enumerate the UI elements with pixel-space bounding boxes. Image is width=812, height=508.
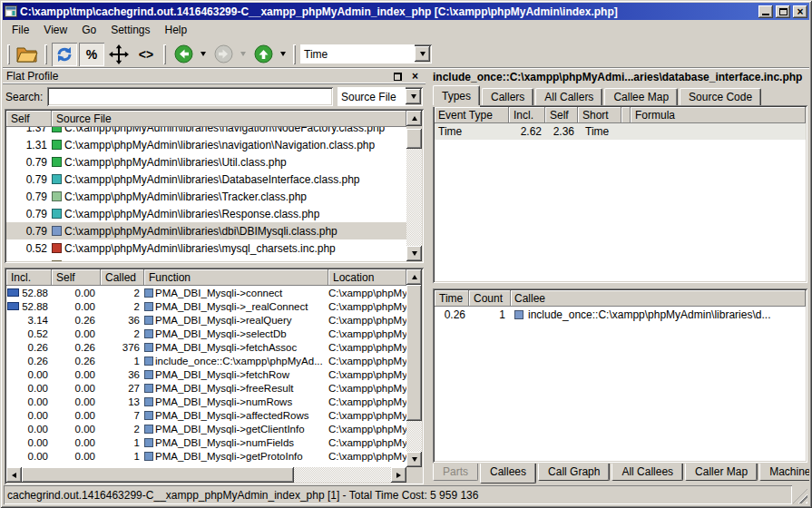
column-header-blank[interactable] [621,107,631,123]
combo-dropdown-button[interactable] [406,89,421,104]
scroll-up-button[interactable] [406,111,422,126]
tab-parts[interactable]: Parts [433,464,478,481]
column-header-incl[interactable]: Incl. [6,269,52,286]
column-header-self[interactable]: Self [52,269,101,286]
table-row[interactable]: 0.26 1 include_once::C:\xampp\phpMyAdmin… [435,307,806,323]
table-row[interactable]: 0.260.261include_once::C:\xampp\phpMyAd.… [6,354,406,367]
table-row[interactable]: 0.79C:\xampp\phpMyAdmin\libraries\Databa… [6,171,406,188]
tab-callee-map[interactable]: Callee Map [604,88,678,105]
scroll-up-button[interactable] [406,269,422,285]
scroll-right-button[interactable] [391,467,406,483]
table-row[interactable]: 1.37C:\xampp\phpMyAdmin\libraries\naviga… [6,127,406,136]
column-header-time[interactable]: Time [435,290,469,307]
column-header-callee[interactable]: Callee [511,290,806,307]
toolbar-handle[interactable] [163,44,166,64]
menu-settings[interactable]: Settings [103,21,157,39]
column-header-incl[interactable]: Incl. [509,107,545,123]
up-dropdown-button[interactable] [278,43,289,66]
scrollbar-thumb[interactable] [406,285,422,421]
horizontal-scrollbar[interactable] [6,467,406,483]
vertical-scrollbar[interactable] [406,269,422,467]
table-row[interactable]: 0.520.002PMA_DBI_Mysqli->selectDbC:\xamp… [6,327,406,340]
table-row[interactable]: 0.000.002PMA_DBI_Mysqli->getClientInfoC:… [6,422,406,435]
table-row[interactable]: 52.880.002PMA_DBI_Mysqli->_realConnectC:… [6,299,406,313]
table-row[interactable]: 0.52C:\xampp\phpMyAdmin\libraries\mysql_… [6,239,406,257]
column-header-short[interactable]: Short [578,107,621,123]
tab-callers[interactable]: Callers [482,88,533,105]
forward-button[interactable] [210,43,236,66]
column-header-event-type[interactable]: Event Type [435,107,509,123]
back-button[interactable] [171,43,196,66]
scrollbar-thumb[interactable] [22,467,294,483]
minimize-button[interactable] [758,5,773,18]
scroll-left-button[interactable] [6,467,22,483]
tab-all-callees[interactable]: All Callees [611,464,683,481]
dock-titlebar[interactable]: Flat Profile × [3,69,426,84]
table-row[interactable]: 0.000.001PMA_DBI_Mysqli->getProtoInfoC:\… [6,449,406,463]
tab-callees[interactable]: Callees [480,464,536,484]
column-header-called[interactable]: Called [101,269,144,286]
scroll-down-button[interactable] [406,452,422,467]
close-dock-button[interactable]: × [408,71,422,83]
up-button[interactable] [250,43,276,66]
column-header-count[interactable]: Count [469,290,511,307]
tab-machine-code[interactable]: Machine [759,464,809,481]
maximize-button[interactable] [776,5,790,18]
tab-call-graph[interactable]: Call Graph [538,464,610,481]
table-row[interactable]: 0.000.001PMA_DBI_Mysqli->numFieldsC:\xam… [6,435,406,449]
resize-grip[interactable] [793,489,807,503]
scrollbar-track[interactable] [406,421,422,452]
column-header-source-file[interactable]: Source File [52,111,406,127]
combo-dropdown-button[interactable] [415,46,430,62]
table-row[interactable]: 0.52C:\xampp\phpMyAdmin\libraries\user_p… [6,257,406,261]
table-row-selected[interactable]: Time 2.62 2.36 Time [435,123,806,140]
menu-file[interactable]: File [5,21,36,39]
toolbar-handle[interactable] [7,44,10,64]
search-input[interactable] [47,87,333,106]
tab-types[interactable]: Types [433,85,480,105]
table-row[interactable]: 0.79C:\xampp\phpMyAdmin\libraries\Tracke… [6,188,406,205]
table-row[interactable]: 1.31C:\xampp\phpMyAdmin\libraries\naviga… [6,136,406,153]
table-row[interactable]: 0.000.0036PMA_DBI_Mysqli->fetchRowC:\xam… [6,367,406,381]
relative-to-parent-button[interactable] [106,43,132,66]
column-header-self[interactable]: Self [545,107,578,123]
menu-view[interactable]: View [36,21,74,39]
group-by-selector[interactable]: Source File [338,87,423,106]
close-button[interactable]: × [793,5,807,18]
table-row[interactable]: 0.000.0027PMA_DBI_Mysqli->freeResultC:\x… [6,381,406,395]
table-row[interactable]: 0.79C:\xampp\phpMyAdmin\libraries\Util.c… [6,153,406,171]
tab-all-callers[interactable]: All Callers [535,88,602,105]
event-type-selector[interactable]: Time [300,44,432,64]
table-row[interactable]: 0.000.007PMA_DBI_Mysqli->affectedRowsC:\… [6,408,406,422]
toolbar-handle[interactable] [293,44,296,64]
vertical-scrollbar[interactable] [406,111,422,261]
app-icon[interactable] [5,5,17,17]
menu-help[interactable]: Help [158,21,195,39]
cycle-relative-button[interactable] [52,43,77,66]
column-header-formula[interactable]: Formula [631,107,806,123]
scrollbar-thumb[interactable] [406,129,422,149]
tab-caller-map[interactable]: Caller Map [685,464,758,481]
column-header-self[interactable]: Self [6,111,52,127]
table-row[interactable]: 0.260.26376PMA_DBI_Mysqli->fetchAssocC:\… [6,340,406,354]
scroll-down-button[interactable] [406,246,422,261]
column-header-location[interactable]: Location [328,269,406,286]
table-row-selected[interactable]: 0.79C:\xampp\phpMyAdmin\libraries\dbi\DB… [6,222,406,239]
toolbar-handle[interactable] [44,44,47,64]
table-row[interactable]: 3.140.2636PMA_DBI_Mysqli->realQueryC:\xa… [6,313,406,327]
back-dropdown-button[interactable] [198,43,209,66]
table-row[interactable]: 0.79C:\xampp\phpMyAdmin\libraries\Respon… [6,205,406,222]
scrollbar-track[interactable] [406,149,422,246]
shorten-templates-button[interactable]: <> [133,43,159,66]
table-row[interactable]: 52.880.002PMA_DBI_Mysqli->connectC:\xamp… [6,286,406,299]
tab-source-code[interactable]: Source Code [680,88,761,105]
open-file-button[interactable] [15,43,40,66]
column-header-function[interactable]: Function [144,269,328,286]
menu-go[interactable]: Go [74,21,103,39]
scrollbar-track[interactable] [294,467,391,483]
titlebar[interactable]: C:\xampp\tmp\cachegrind.out.1416463299-C… [3,3,809,20]
percent-toggle-button[interactable]: % [79,43,104,66]
float-dock-button[interactable] [391,71,405,83]
forward-dropdown-button[interactable] [238,43,249,66]
table-row[interactable]: 0.000.0013PMA_DBI_Mysqli->numRowsC:\xamp… [6,395,406,408]
